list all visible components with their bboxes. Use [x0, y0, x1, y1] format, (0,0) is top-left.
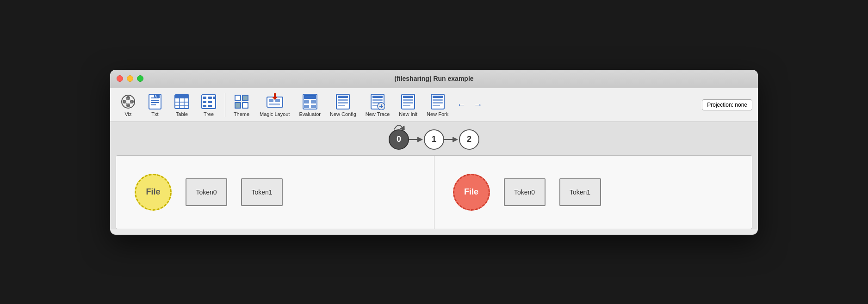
left-token1-label: Token1: [251, 188, 272, 196]
state-panels: File Token0 Token1 File: [116, 155, 752, 229]
tree-label: Tree: [204, 111, 214, 117]
evaluator-button[interactable]: Evaluator: [295, 91, 324, 119]
forward-button[interactable]: →: [471, 94, 485, 116]
new-fork-label: New Fork: [427, 111, 448, 117]
theme-button[interactable]: Theme: [229, 91, 254, 119]
svg-rect-42: [269, 103, 280, 105]
svg-rect-25: [203, 101, 206, 103]
node-2-label: 2: [467, 134, 471, 144]
toolbar: Viz A Txt: [110, 88, 758, 122]
self-loop-arrow: [390, 121, 408, 130]
txt-icon: A: [146, 93, 164, 110]
svg-rect-48: [304, 105, 309, 108]
right-panel: File Token0 Token1: [434, 156, 752, 229]
svg-rect-35: [236, 96, 240, 100]
left-token0-box[interactable]: Token0: [186, 178, 227, 206]
theme-icon: [233, 93, 250, 110]
back-arrow-icon: ←: [457, 96, 466, 113]
trace-navigation: 0: [110, 122, 758, 155]
new-init-icon: [399, 93, 417, 110]
svg-text:A: A: [155, 95, 157, 98]
new-fork-button[interactable]: New Fork: [423, 91, 452, 119]
magic-layout-icon: [266, 93, 284, 110]
right-file-node: File: [453, 174, 490, 211]
arrow-1-2: [443, 135, 460, 144]
svg-rect-30: [213, 97, 215, 99]
tree-button[interactable]: Tree: [196, 91, 221, 119]
txt-button[interactable]: A Txt: [143, 91, 167, 119]
left-file-circle[interactable]: File: [135, 174, 172, 211]
svg-rect-66: [403, 102, 413, 103]
minimize-button[interactable]: [127, 75, 133, 82]
table-button[interactable]: Table: [169, 91, 194, 119]
svg-rect-40: [269, 99, 273, 102]
evaluator-label: Evaluator: [299, 111, 320, 117]
main-content: 0: [110, 122, 758, 229]
new-trace-icon: [369, 93, 386, 110]
trace-node-1[interactable]: 1: [424, 129, 444, 150]
svg-line-6: [124, 98, 128, 102]
svg-rect-64: [403, 96, 413, 98]
left-file-label: File: [146, 187, 160, 197]
node-0-container: 0: [389, 129, 409, 150]
left-token1-box[interactable]: Token1: [241, 178, 283, 206]
right-file-label: File: [464, 187, 478, 197]
svg-rect-67: [403, 105, 410, 106]
left-token0-label: Token0: [196, 188, 217, 196]
projection-button[interactable]: Projection: none: [702, 99, 752, 110]
trace-node-0[interactable]: 0: [389, 129, 409, 150]
viz-icon: [119, 93, 137, 110]
maximize-button[interactable]: [137, 75, 143, 82]
svg-rect-37: [236, 103, 240, 108]
svg-rect-56: [372, 96, 383, 98]
new-fork-icon: [429, 93, 446, 110]
svg-rect-65: [403, 99, 413, 101]
right-token1-box[interactable]: Token1: [559, 178, 601, 206]
tree-icon: [200, 93, 217, 110]
new-init-label: New Init: [399, 111, 417, 117]
node-0-label: 0: [397, 134, 401, 144]
svg-rect-51: [338, 96, 348, 98]
application-window: (filesharing) Run example Viz: [110, 70, 758, 235]
left-panel: File Token0 Token1: [116, 156, 434, 229]
trace-nodes: 0: [389, 129, 479, 150]
svg-rect-53: [338, 102, 348, 103]
window-controls: [117, 75, 143, 82]
svg-rect-47: [311, 100, 316, 103]
svg-rect-72: [433, 105, 440, 106]
svg-rect-49: [311, 105, 316, 108]
right-token0-box[interactable]: Token0: [504, 178, 546, 206]
viz-button[interactable]: Viz: [116, 91, 141, 119]
svg-line-9: [128, 102, 132, 105]
viz-label: Viz: [124, 111, 131, 117]
svg-line-8: [124, 102, 128, 105]
right-file-circle[interactable]: File: [453, 174, 490, 211]
svg-rect-71: [433, 102, 443, 103]
trace-node-2[interactable]: 2: [459, 129, 479, 150]
new-config-label: New Config: [330, 111, 356, 117]
new-config-button[interactable]: New Config: [326, 91, 360, 119]
node-1-label: 1: [432, 134, 436, 144]
magic-layout-button[interactable]: Magic Layout: [256, 91, 293, 119]
evaluator-icon: [301, 93, 319, 110]
right-token0-label: Token0: [514, 188, 535, 196]
svg-rect-29: [208, 105, 212, 107]
svg-rect-18: [175, 95, 189, 98]
forward-arrow-icon: →: [473, 96, 483, 113]
svg-rect-70: [433, 99, 443, 101]
new-config-icon: [334, 93, 352, 110]
new-trace-button[interactable]: New Trace: [362, 91, 394, 119]
svg-line-7: [128, 98, 132, 102]
close-button[interactable]: [117, 75, 123, 82]
svg-rect-36: [243, 96, 248, 100]
back-button[interactable]: ←: [454, 94, 469, 116]
svg-rect-26: [203, 105, 206, 107]
svg-rect-24: [203, 97, 206, 99]
svg-rect-38: [243, 103, 248, 108]
new-init-button[interactable]: New Init: [395, 91, 421, 119]
svg-rect-45: [304, 95, 316, 99]
svg-rect-57: [372, 99, 383, 101]
svg-rect-27: [208, 97, 212, 99]
svg-rect-54: [338, 105, 345, 106]
svg-rect-28: [208, 101, 212, 103]
